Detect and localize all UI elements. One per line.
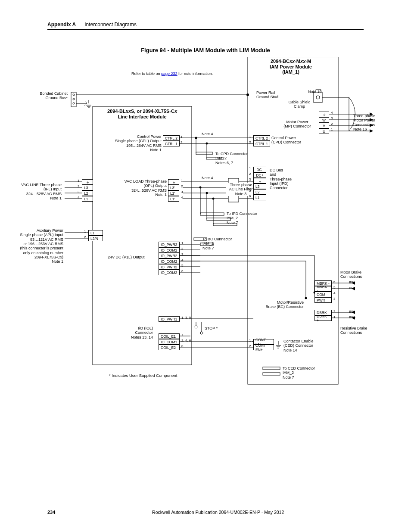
pn: 1 (333, 315, 335, 319)
pn: 1 (249, 135, 251, 139)
iol-label: I/O (IOL)ConnectorNotes 13, 14 (127, 326, 153, 339)
to-cpd-label: To CPD ConnectorIAM_2Notes 6, 7 (215, 152, 248, 165)
mp-out-label: Three-phaseMotor Power ConnectionsNote 1… (353, 114, 375, 131)
pn: 2 (78, 184, 79, 188)
pn: 4 (333, 291, 335, 295)
pin-gnd-opl: ⏚ (168, 179, 179, 185)
cpd-label: Control Power(CPD) Connector (271, 136, 301, 145)
pin-coile2: COIL_E2 (159, 345, 180, 350)
pn: 2 (331, 122, 333, 126)
svg-rect-30 (196, 152, 212, 155)
pn: 2 (181, 140, 182, 144)
pn: 2, 4, 6 (181, 339, 191, 342)
pin-coile1: COIL_E1 (159, 333, 180, 339)
pn: 4 (181, 196, 183, 199)
pin-u: U (319, 128, 329, 134)
svg-point-11 (246, 93, 249, 96)
svg-rect-84 (263, 373, 280, 375)
pn: 2 (249, 140, 251, 144)
pn: 3 (333, 297, 335, 301)
pn: 2 (84, 235, 86, 239)
page-footer: 234 Rockwell Automation Publication 2094… (0, 510, 411, 515)
note4a: Note 4 (202, 132, 213, 136)
pin-gnd-ipl: ⏚ (82, 179, 93, 185)
pin-iopwr2-2: IO_PWR2 (159, 253, 180, 258)
lim-title: 2094-BLxxS, or 2094-XL75S-CxLine Interfa… (94, 109, 190, 119)
pin-mbrkp: MBRK + (314, 286, 332, 292)
apl-label: Auxiliary PowerSingle-phase (APL) Input … (17, 228, 63, 264)
mbrake-label: Motor BrakeConnections (340, 270, 362, 279)
pin-pwr: PWR (314, 297, 332, 303)
p1l-label: 24V DC (P1L) Output (108, 255, 144, 259)
pin-dcminus: DC- (253, 167, 266, 172)
pn: 1 (249, 166, 251, 170)
svg-line-7 (84, 101, 87, 103)
bc-label: Motor/ResistiveBrake (BC) Connector (265, 300, 304, 309)
pn: 6 (181, 269, 183, 273)
mp-label: Motor Power(MP) Connector (280, 120, 314, 129)
pin-ctrl1-lim: CTRL 1 (163, 141, 180, 146)
appendix-label: Appendix A (47, 22, 76, 28)
pn: 1 (78, 179, 79, 183)
pin-gnd: ⏚ (319, 112, 329, 117)
pn: 6 (249, 194, 251, 198)
pin-l2-ipl: L2 (82, 190, 93, 196)
pin-iocom2-2: IO_COM2 (159, 258, 180, 264)
brm2: BR- (349, 310, 355, 314)
pn: 2 (181, 184, 183, 188)
pn: 5 (249, 189, 251, 193)
svg-line-8 (84, 103, 87, 106)
page-number: 234 (47, 510, 55, 515)
pin-iocom2-3: IO_COM2 (159, 270, 180, 275)
pin-dbrkp: DBRK + (314, 315, 332, 321)
pn: 4 (181, 258, 183, 262)
diagram: 2094-BCxx-Mxx-M IAM Power Module (IAM_1)… (47, 57, 375, 393)
note10: Note 10 (308, 90, 322, 94)
note4b: Note 4 (202, 176, 213, 180)
pn: 2 (181, 247, 183, 251)
svg-point-3 (73, 94, 75, 96)
pn: 1, 3, 5 (181, 316, 191, 320)
section-label: Interconnect Diagrams (84, 22, 137, 28)
to-bc-label: To BC ConnectorIAM_2Note 7 (202, 237, 232, 250)
vacline-label: VAC LINE Three-phase(IPL) Input 324…528V… (21, 183, 62, 200)
user-supplied-note: * Indicates User Supplied Component (109, 373, 177, 378)
pin-gnd-ipd: ⏚ (253, 178, 266, 184)
pn: 1 (181, 179, 183, 183)
pin-ctrl2-iam: CTRL 2 (253, 135, 270, 141)
pn: 1 (181, 241, 183, 245)
pin-l2p: L2' (168, 190, 179, 196)
stop-label: STOP * (205, 326, 218, 330)
pin-l2-ipd: L2 (253, 189, 266, 195)
vacload-label: VAC LOAD Three-phase(OPL) Output 324…528… (117, 179, 167, 197)
header-rule (47, 29, 364, 30)
to-ipd-label: To IPD ConnectorIAM_2Note 7 (227, 212, 257, 225)
pn: 2 (249, 344, 251, 348)
pin-l2n: L2/N (88, 236, 103, 241)
pn: 8 (181, 344, 183, 348)
pn: 3 (181, 190, 183, 194)
svg-point-61 (195, 326, 197, 328)
svg-rect-47 (200, 213, 224, 215)
pn: 3 (181, 252, 183, 256)
rbrake-label: Resistive BrakeConnections (340, 326, 367, 335)
ced-label: Contactor Enable(CED) ConnectorNote 14 (283, 339, 314, 352)
pn: 1 (181, 135, 182, 139)
pn: 1 (331, 128, 333, 131)
pin-l3-ipl: L3 (82, 185, 93, 190)
pn: 3 (249, 177, 251, 181)
brp2: BR+ (349, 315, 356, 319)
pin-contenp: CONT EN+ (253, 345, 274, 350)
brm1: BR- (349, 280, 355, 284)
pin-iocom1: IO_COM1 (159, 339, 180, 345)
pin-w: W (319, 117, 329, 123)
pin-l1-apl: L1 (88, 230, 103, 236)
svg-point-62 (200, 332, 203, 334)
svg-point-72 (305, 297, 307, 299)
dcbus-label: DC Busand Three-phaseInput (IPD)Connecto… (270, 168, 292, 190)
pin-l3p: L3' (168, 185, 179, 190)
pin-ctrl1-iam: CTRL 1 (253, 141, 270, 146)
pin-dcplus: DC+ (253, 172, 266, 178)
to-ced-label: To CED ConnectorIAM_2Note 7 (283, 366, 315, 380)
publication-id: Rockwell Automation Publication 2094-UM0… (72, 510, 364, 515)
